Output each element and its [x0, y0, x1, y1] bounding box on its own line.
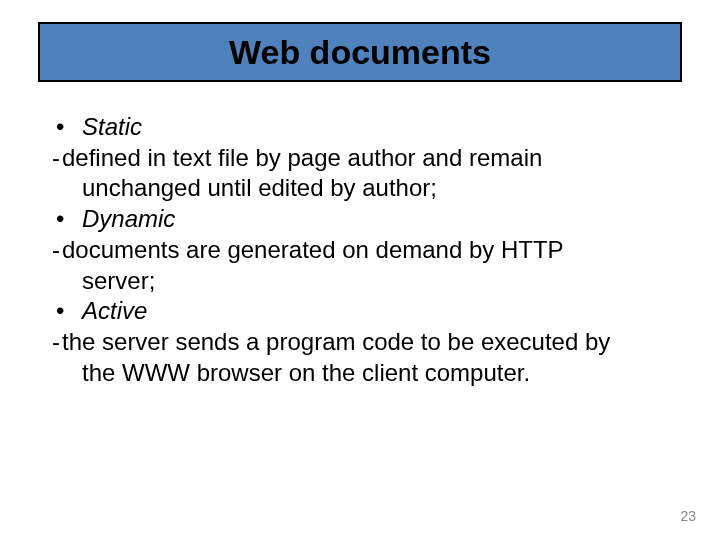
bullet-icon: • — [56, 204, 82, 235]
bullet-label: Static — [82, 112, 142, 143]
desc-text: the WWW browser on the client computer. — [82, 359, 530, 386]
desc-dynamic-line2: server; — [44, 266, 678, 297]
desc-active-line1: - the server sends a program code to be … — [44, 327, 678, 358]
desc-static-line2: unchanged until edited by author; — [44, 173, 678, 204]
desc-dynamic-line1: - documents are generated on demand by H… — [44, 235, 678, 266]
bullet-item-static: • Static — [44, 112, 678, 143]
dash-icon: - — [44, 143, 62, 174]
dash-icon: - — [44, 235, 62, 266]
title-box: Web documents — [38, 22, 682, 82]
dash-icon: - — [44, 327, 62, 358]
desc-text: server; — [82, 267, 155, 294]
desc-active-line2: the WWW browser on the client computer. — [44, 358, 678, 389]
desc-text: unchanged until edited by author; — [82, 174, 437, 201]
desc-text: the server sends a program code to be ex… — [62, 327, 678, 358]
bullet-icon: • — [56, 296, 82, 327]
slide-body: • Static - defined in text file by page … — [44, 112, 678, 388]
bullet-label: Active — [82, 296, 147, 327]
bullet-label: Dynamic — [82, 204, 175, 235]
page-number: 23 — [680, 508, 696, 524]
bullet-icon: • — [56, 112, 82, 143]
bullet-item-active: • Active — [44, 296, 678, 327]
bullet-item-dynamic: • Dynamic — [44, 204, 678, 235]
slide-title: Web documents — [229, 33, 491, 72]
desc-text: defined in text file by page author and … — [62, 143, 678, 174]
desc-static-line1: - defined in text file by page author an… — [44, 143, 678, 174]
desc-text: documents are generated on demand by HTT… — [62, 235, 678, 266]
